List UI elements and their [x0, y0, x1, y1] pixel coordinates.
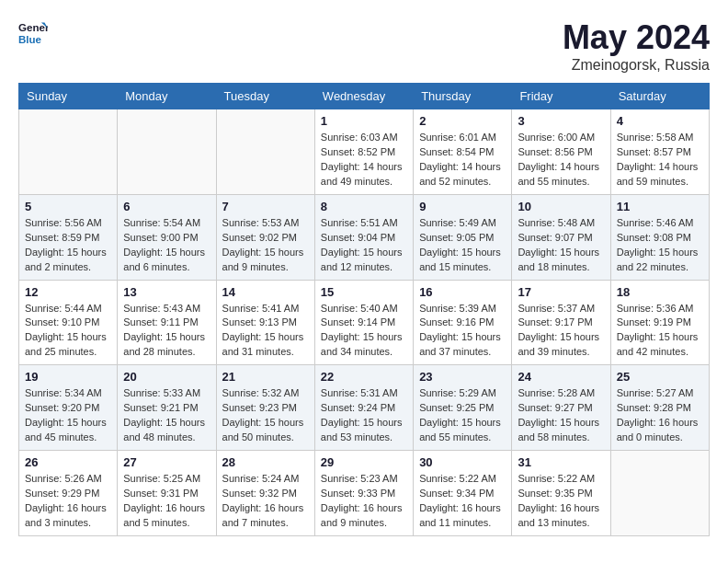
calendar-cell: 5Sunrise: 5:56 AM Sunset: 8:59 PM Daylig… — [19, 194, 118, 280]
day-number: 22 — [321, 370, 407, 384]
calendar-cell: 24Sunrise: 5:28 AM Sunset: 9:27 PM Dayli… — [512, 365, 610, 451]
day-info: Sunrise: 6:03 AM Sunset: 8:52 PM Dayligh… — [321, 131, 407, 190]
day-info: Sunrise: 5:58 AM Sunset: 8:57 PM Dayligh… — [617, 131, 703, 190]
day-number: 5 — [25, 200, 111, 213]
calendar-cell: 20Sunrise: 5:33 AM Sunset: 9:21 PM Dayli… — [118, 365, 216, 451]
day-info: Sunrise: 5:48 AM Sunset: 9:07 PM Dayligh… — [518, 216, 604, 275]
day-info: Sunrise: 5:34 AM Sunset: 9:20 PM Dayligh… — [25, 386, 111, 445]
calendar-cell: 18Sunrise: 5:36 AM Sunset: 9:19 PM Dayli… — [610, 280, 709, 365]
day-number: 6 — [123, 200, 210, 213]
weekday-header: Thursday — [414, 84, 512, 109]
calendar-cell: 16Sunrise: 5:39 AM Sunset: 9:16 PM Dayli… — [414, 280, 512, 365]
day-number: 14 — [222, 285, 309, 299]
day-number: 17 — [518, 285, 604, 299]
day-number: 11 — [617, 200, 703, 213]
day-number: 8 — [321, 200, 407, 213]
day-number: 20 — [123, 370, 210, 384]
day-info: Sunrise: 5:27 AM Sunset: 9:28 PM Dayligh… — [617, 386, 703, 445]
day-number: 10 — [518, 200, 604, 213]
day-info: Sunrise: 6:01 AM Sunset: 8:54 PM Dayligh… — [419, 131, 506, 190]
page-header: General Blue May 2024 Zmeinogorsk, Russi… — [18, 18, 710, 74]
day-number: 21 — [222, 370, 309, 384]
day-info: Sunrise: 5:28 AM Sunset: 9:27 PM Dayligh… — [518, 386, 604, 445]
day-number: 31 — [518, 455, 604, 469]
calendar-cell: 9Sunrise: 5:49 AM Sunset: 9:05 PM Daylig… — [414, 194, 512, 280]
calendar-cell: 15Sunrise: 5:40 AM Sunset: 9:14 PM Dayli… — [314, 280, 413, 365]
calendar-cell: 4Sunrise: 5:58 AM Sunset: 8:57 PM Daylig… — [610, 109, 709, 195]
logo: General Blue — [18, 18, 48, 48]
calendar-cell: 6Sunrise: 5:54 AM Sunset: 9:00 PM Daylig… — [118, 194, 216, 280]
day-info: Sunrise: 5:43 AM Sunset: 9:11 PM Dayligh… — [123, 302, 210, 361]
day-number: 12 — [25, 285, 111, 299]
day-number: 16 — [419, 285, 506, 299]
day-info: Sunrise: 5:39 AM Sunset: 9:16 PM Dayligh… — [419, 302, 506, 361]
weekday-header-row: SundayMondayTuesdayWednesdayThursdayFrid… — [19, 84, 710, 109]
calendar-cell: 12Sunrise: 5:44 AM Sunset: 9:10 PM Dayli… — [19, 280, 118, 365]
day-info: Sunrise: 5:40 AM Sunset: 9:14 PM Dayligh… — [321, 302, 407, 361]
weekday-header: Saturday — [610, 84, 709, 109]
day-info: Sunrise: 5:46 AM Sunset: 9:08 PM Dayligh… — [617, 216, 703, 275]
day-number: 2 — [419, 114, 506, 128]
calendar-cell: 10Sunrise: 5:48 AM Sunset: 9:07 PM Dayli… — [512, 194, 610, 280]
day-info: Sunrise: 5:44 AM Sunset: 9:10 PM Dayligh… — [25, 302, 111, 361]
month-title: May 2024 — [563, 18, 710, 57]
day-info: Sunrise: 5:56 AM Sunset: 8:59 PM Dayligh… — [25, 216, 111, 275]
day-info: Sunrise: 5:36 AM Sunset: 9:19 PM Dayligh… — [617, 302, 703, 361]
day-info: Sunrise: 5:53 AM Sunset: 9:02 PM Dayligh… — [222, 216, 309, 275]
calendar-cell — [118, 109, 216, 195]
weekday-header: Monday — [118, 84, 216, 109]
calendar-cell: 21Sunrise: 5:32 AM Sunset: 9:23 PM Dayli… — [216, 365, 314, 451]
calendar-week-row: 5Sunrise: 5:56 AM Sunset: 8:59 PM Daylig… — [19, 194, 710, 280]
weekday-header: Wednesday — [314, 84, 413, 109]
weekday-header: Sunday — [19, 84, 118, 109]
calendar-cell — [216, 109, 314, 195]
day-info: Sunrise: 5:54 AM Sunset: 9:00 PM Dayligh… — [123, 216, 210, 275]
day-info: Sunrise: 6:00 AM Sunset: 8:56 PM Dayligh… — [518, 131, 604, 190]
svg-text:Blue: Blue — [18, 34, 42, 45]
calendar-cell: 8Sunrise: 5:51 AM Sunset: 9:04 PM Daylig… — [314, 194, 413, 280]
day-info: Sunrise: 5:41 AM Sunset: 9:13 PM Dayligh… — [222, 302, 309, 361]
day-number: 18 — [617, 285, 703, 299]
day-number: 3 — [518, 114, 604, 128]
calendar-cell: 26Sunrise: 5:26 AM Sunset: 9:29 PM Dayli… — [19, 451, 118, 536]
day-number: 7 — [222, 200, 309, 213]
calendar-cell: 23Sunrise: 5:29 AM Sunset: 9:25 PM Dayli… — [414, 365, 512, 451]
calendar-cell: 7Sunrise: 5:53 AM Sunset: 9:02 PM Daylig… — [216, 194, 314, 280]
day-number: 13 — [123, 285, 210, 299]
day-info: Sunrise: 5:24 AM Sunset: 9:32 PM Dayligh… — [222, 472, 309, 531]
day-info: Sunrise: 5:29 AM Sunset: 9:25 PM Dayligh… — [419, 386, 506, 445]
day-info: Sunrise: 5:23 AM Sunset: 9:33 PM Dayligh… — [321, 472, 407, 531]
day-number: 27 — [123, 455, 210, 469]
calendar-cell — [19, 109, 118, 195]
day-number: 26 — [25, 455, 111, 469]
title-block: May 2024 Zmeinogorsk, Russia — [563, 18, 710, 74]
day-info: Sunrise: 5:33 AM Sunset: 9:21 PM Dayligh… — [123, 386, 210, 445]
calendar-cell: 14Sunrise: 5:41 AM Sunset: 9:13 PM Dayli… — [216, 280, 314, 365]
day-number: 4 — [617, 114, 703, 128]
day-number: 29 — [321, 455, 407, 469]
day-number: 28 — [222, 455, 309, 469]
day-number: 30 — [419, 455, 506, 469]
day-info: Sunrise: 5:51 AM Sunset: 9:04 PM Dayligh… — [321, 216, 407, 275]
calendar-cell: 27Sunrise: 5:25 AM Sunset: 9:31 PM Dayli… — [118, 451, 216, 536]
day-info: Sunrise: 5:32 AM Sunset: 9:23 PM Dayligh… — [222, 386, 309, 445]
calendar: SundayMondayTuesdayWednesdayThursdayFrid… — [18, 83, 710, 536]
day-number: 15 — [321, 285, 407, 299]
day-number: 24 — [518, 370, 604, 384]
day-number: 23 — [419, 370, 506, 384]
calendar-cell: 1Sunrise: 6:03 AM Sunset: 8:52 PM Daylig… — [314, 109, 413, 195]
calendar-cell: 28Sunrise: 5:24 AM Sunset: 9:32 PM Dayli… — [216, 451, 314, 536]
weekday-header: Tuesday — [216, 84, 314, 109]
location: Zmeinogorsk, Russia — [563, 57, 710, 74]
calendar-cell: 17Sunrise: 5:37 AM Sunset: 9:17 PM Dayli… — [512, 280, 610, 365]
calendar-cell: 3Sunrise: 6:00 AM Sunset: 8:56 PM Daylig… — [512, 109, 610, 195]
day-number: 19 — [25, 370, 111, 384]
calendar-week-row: 1Sunrise: 6:03 AM Sunset: 8:52 PM Daylig… — [19, 109, 710, 195]
day-number: 1 — [321, 114, 407, 128]
calendar-week-row: 26Sunrise: 5:26 AM Sunset: 9:29 PM Dayli… — [19, 451, 710, 536]
day-info: Sunrise: 5:25 AM Sunset: 9:31 PM Dayligh… — [123, 472, 210, 531]
logo-icon: General Blue — [18, 18, 48, 48]
calendar-cell: 22Sunrise: 5:31 AM Sunset: 9:24 PM Dayli… — [314, 365, 413, 451]
calendar-week-row: 12Sunrise: 5:44 AM Sunset: 9:10 PM Dayli… — [19, 280, 710, 365]
calendar-cell: 13Sunrise: 5:43 AM Sunset: 9:11 PM Dayli… — [118, 280, 216, 365]
